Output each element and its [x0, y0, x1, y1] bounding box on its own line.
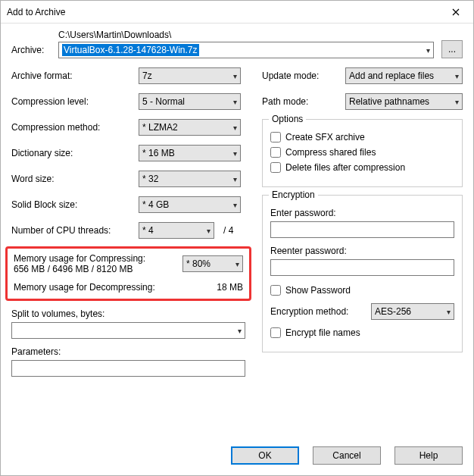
- ok-button[interactable]: OK: [231, 446, 299, 465]
- combo-compression-method[interactable]: * LZMA2 ▾: [139, 119, 241, 136]
- row-create-sfx: Create SFX archive: [270, 132, 454, 142]
- chevron-down-icon: ▾: [233, 175, 237, 183]
- combo-value: * 80%: [186, 258, 210, 269]
- label-encrypt-names: Encrypt file names: [285, 327, 360, 338]
- archive-label: Archive:: [11, 45, 51, 58]
- content-area: Archive: C:\Users\Martin\Downloads\ Virt…: [1, 23, 473, 439]
- legend-encryption: Encryption: [269, 189, 318, 200]
- label-show-password: Show Password: [285, 285, 351, 296]
- combo-compression-level[interactable]: 5 - Normal ▾: [139, 93, 241, 110]
- combo-dictionary-size[interactable]: * 16 MB ▾: [139, 145, 241, 161]
- row-compression-method: Compression method: * LZMA2 ▾: [11, 119, 245, 136]
- archive-filename-combo[interactable]: VirtualBox-6.1.28-147628-Win.7z ▾: [58, 42, 434, 58]
- chevron-down-icon: ▾: [455, 98, 459, 106]
- combo-split-volumes[interactable]: ▾: [11, 322, 245, 339]
- row-encryption-method: Encryption method: AES-256 ▾: [270, 303, 454, 320]
- row-solid-block-size: Solid Block size: * 4 GB ▾: [11, 196, 245, 213]
- chevron-down-icon: ▾: [447, 308, 451, 316]
- combo-value: * 4: [142, 225, 154, 236]
- label-dictionary-size: Dictionary size:: [11, 148, 139, 158]
- cpu-threads-max: / 4: [223, 225, 233, 236]
- label-compress-shared: Compress shared files: [285, 147, 376, 158]
- chevron-down-icon: ▾: [238, 327, 242, 335]
- label-parameters: Parameters:: [11, 346, 245, 357]
- cancel-button[interactable]: Cancel: [313, 446, 381, 465]
- row-delete-after: Delete files after compression: [270, 162, 454, 173]
- label-update-mode: Update mode:: [262, 70, 345, 81]
- chevron-down-icon: ▾: [233, 98, 237, 106]
- window-title: Add to Archive: [7, 7, 65, 17]
- label-split-volumes: Split to volumes, bytes:: [11, 308, 245, 319]
- combo-value: * 32: [142, 174, 158, 184]
- label-solid-block-size: Solid Block size:: [11, 199, 139, 210]
- chevron-down-icon: ▾: [235, 260, 239, 268]
- label-memory-compress: Memory usage for Compressing: 656 MB / 6…: [14, 253, 182, 274]
- row-show-password: Show Password: [270, 285, 454, 296]
- input-enter-password[interactable]: [270, 221, 454, 238]
- label-archive-format: Archive format:: [11, 70, 139, 81]
- row-dictionary-size: Dictionary size: * 16 MB ▾: [11, 145, 245, 161]
- combo-value: 5 - Normal: [142, 96, 185, 107]
- combo-memory-percent[interactable]: * 80% ▾: [182, 255, 243, 272]
- combo-value: * 16 MB: [142, 148, 175, 158]
- checkbox-compress-shared[interactable]: [270, 147, 281, 158]
- close-icon: [452, 8, 460, 16]
- chevron-down-icon: ▾: [233, 72, 237, 80]
- archive-stack: C:\Users\Martin\Downloads\ VirtualBox-6.…: [58, 30, 434, 58]
- dialog-window: Add to Archive Archive: C:\Users\Martin\…: [0, 0, 474, 476]
- title-bar: Add to Archive: [1, 1, 473, 23]
- row-memory-compress: Memory usage for Compressing: 656 MB / 6…: [14, 253, 243, 274]
- chevron-down-icon: ▾: [233, 124, 237, 132]
- row-compress-shared: Compress shared files: [270, 147, 454, 158]
- input-parameters[interactable]: [11, 360, 245, 377]
- chevron-down-icon: ▾: [233, 149, 237, 158]
- label-enter-password: Enter password:: [270, 208, 454, 218]
- combo-value: * LZMA2: [142, 122, 178, 133]
- combo-value: 7z: [142, 70, 152, 81]
- combo-value: Relative pathnames: [349, 96, 429, 107]
- chevron-down-icon: ▾: [426, 46, 430, 55]
- chevron-down-icon: ▾: [207, 227, 210, 235]
- combo-path-mode[interactable]: Relative pathnames ▾: [345, 93, 463, 110]
- browse-button[interactable]: ...: [441, 40, 463, 58]
- row-archive-format: Archive format: 7z ▾: [11, 67, 245, 84]
- label-compression-method: Compression method:: [11, 122, 139, 133]
- label-compression-level: Compression level:: [11, 96, 139, 107]
- close-button[interactable]: [438, 1, 473, 23]
- combo-value: * 4 GB: [142, 199, 169, 210]
- combo-solid-block-size[interactable]: * 4 GB ▾: [139, 196, 241, 213]
- label-path-mode: Path mode:: [262, 96, 345, 107]
- combo-word-size[interactable]: * 32 ▾: [139, 171, 241, 187]
- combo-update-mode[interactable]: Add and replace files ▾: [345, 67, 463, 84]
- combo-encryption-method[interactable]: AES-256 ▾: [371, 303, 454, 320]
- label-create-sfx: Create SFX archive: [285, 132, 365, 142]
- label-cpu-threads: Number of CPU threads:: [11, 225, 139, 236]
- checkbox-delete-after[interactable]: [270, 162, 281, 173]
- right-column: Update mode: Add and replace files ▾ Pat…: [262, 67, 463, 439]
- legend-options: Options: [269, 114, 306, 124]
- combo-archive-format[interactable]: 7z ▾: [139, 67, 241, 84]
- chevron-down-icon: ▾: [233, 201, 237, 209]
- left-column: Archive format: 7z ▾ Compression level: …: [11, 67, 245, 439]
- label-memory-decompress: Memory usage for Decompressing:: [14, 282, 198, 293]
- mem-comp-label: Memory usage for Compressing:: [14, 253, 182, 264]
- row-update-mode: Update mode: Add and replace files ▾: [262, 67, 463, 84]
- archive-path: C:\Users\Martin\Downloads\: [58, 30, 434, 40]
- row-path-mode: Path mode: Relative pathnames ▾: [262, 93, 463, 110]
- label-reenter-password: Reenter password:: [270, 246, 454, 256]
- row-memory-decompress: Memory usage for Decompressing: 18 MB: [14, 282, 243, 293]
- row-encrypt-names: Encrypt file names: [270, 327, 454, 338]
- archive-row: Archive: C:\Users\Martin\Downloads\ Virt…: [11, 30, 463, 58]
- combo-cpu-threads[interactable]: * 4 ▾: [139, 222, 214, 239]
- checkbox-encrypt-names[interactable]: [270, 327, 281, 338]
- checkbox-show-password[interactable]: [270, 285, 281, 296]
- memory-highlight-box: Memory usage for Compressing: 656 MB / 6…: [5, 246, 251, 301]
- label-encryption-method: Encryption method:: [270, 306, 371, 317]
- input-reenter-password[interactable]: [270, 259, 454, 276]
- mem-comp-values: 656 MB / 6496 MB / 8120 MB: [14, 264, 182, 274]
- checkbox-create-sfx[interactable]: [270, 132, 281, 142]
- archive-filename: VirtualBox-6.1.28-147628-Win.7z: [62, 44, 199, 56]
- combo-value: AES-256: [375, 306, 411, 317]
- help-button[interactable]: Help: [394, 446, 463, 465]
- label-delete-after: Delete files after compression: [285, 162, 405, 173]
